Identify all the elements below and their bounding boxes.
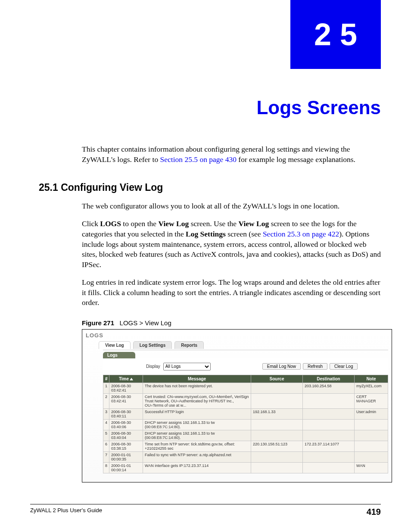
col-header-time[interactable]: Time: [109, 375, 143, 383]
clear-log-button[interactable]: Clear Log: [330, 363, 358, 370]
p2-bold-logs: LOGS: [100, 219, 121, 228]
logs-toolbar: Display All Logs Email Log Now Refresh C…: [103, 358, 388, 375]
cell-note: [355, 441, 388, 451]
cell-message: The device has not been registered yet.: [143, 383, 251, 393]
cell-idx: 1: [103, 383, 109, 393]
chapter-title: Logs Screens: [30, 97, 381, 118]
cell-destination: [303, 451, 355, 462]
intro-crossref-link[interactable]: Section 25.5 on page 430: [160, 155, 237, 164]
col-header-destination[interactable]: Destination: [303, 375, 355, 383]
col-header-source[interactable]: Source: [251, 375, 303, 383]
col-header-message[interactable]: Message: [143, 375, 251, 383]
figure-caption: Figure 271 LOGS > View Log: [82, 319, 381, 327]
tab-log-settings[interactable]: Log Settings: [133, 341, 172, 349]
page-footer: ZyWALL 2 Plus User's Guide 419: [30, 504, 381, 517]
p2-bold-viewlog2: View Log: [238, 219, 269, 228]
cell-idx: 3: [103, 408, 109, 419]
cell-message: DHCP server assigns 192.168.1.33 to tw (…: [143, 419, 251, 430]
cell-idx: 7: [103, 451, 109, 462]
p2-frag-a: Click: [82, 219, 100, 228]
screenshot-title: LOGS: [86, 332, 388, 339]
cell-idx: 4: [103, 419, 109, 430]
cell-time: 2006-08-30 03:42:41: [109, 383, 143, 393]
cell-note: User:admin: [355, 408, 388, 419]
cell-note: WAN: [355, 462, 388, 473]
table-row: 52006-08-30 03:40:04DHCP server assigns …: [103, 430, 388, 441]
intro-text-after: for example log message explanations.: [238, 155, 355, 164]
section-p3: Log entries in red indicate system error…: [82, 277, 381, 308]
p2-crossref-link[interactable]: Section 25.3 on page 422: [263, 230, 339, 238]
figure-caption-text: LOGS > View Log: [120, 319, 171, 327]
cell-note: [355, 430, 388, 441]
cell-message: Cert trusted: CN=www.myzyxel.com, OU=Mem…: [143, 393, 251, 408]
cell-message: WAN interface gets IP:172.23.37.114: [143, 462, 251, 473]
cell-message: DHCP server assigns 192.168.1.33 to tw (…: [143, 430, 251, 441]
tabs-row: View Log Log Settings Reports: [99, 341, 388, 349]
cell-source: [251, 393, 303, 408]
cell-time: 2006-08-30 03:40:06: [109, 419, 143, 430]
cell-message: Time set from NTP server: tick.stdtime.g…: [143, 441, 251, 451]
table-row: 62006-08-30 03:38:15Time set from NTP se…: [103, 441, 388, 451]
chapter-number: 25: [314, 17, 366, 52]
cell-source: [251, 451, 303, 462]
chapter-number-badge: 25: [290, 0, 381, 69]
p2-frag-e: screen. Use the: [189, 219, 238, 228]
section-p2: Click LOGS to open the View Log screen. …: [82, 219, 381, 270]
cell-time: 2006-08-30 03:40:11: [109, 408, 143, 419]
cell-destination: [303, 419, 355, 430]
table-row: 42006-08-30 03:40:06DHCP server assigns …: [103, 419, 388, 430]
table-row: 12006-08-30 03:42:41The device has not b…: [103, 383, 388, 393]
table-row: 82000-01-01 00:00:14WAN interface gets I…: [103, 462, 388, 473]
p2-frag-c: to open the: [121, 219, 159, 228]
display-label: Display: [146, 364, 160, 369]
cell-idx: 6: [103, 441, 109, 451]
intro-paragraph: This chapter contains information about …: [82, 144, 381, 165]
cell-idx: 8: [103, 462, 109, 473]
display-select[interactable]: All Logs: [163, 363, 211, 370]
cell-source: [251, 419, 303, 430]
figure-label: Figure 271: [82, 319, 114, 327]
logs-panel: Logs Display All Logs Email Log Now Refr…: [103, 350, 388, 473]
tab-reports[interactable]: Reports: [174, 341, 204, 349]
table-row: 22006-08-30 03:42:41Cert trusted: CN=www…: [103, 393, 388, 408]
cell-destination: [303, 408, 355, 419]
cell-source: [251, 462, 303, 473]
p2-bold-viewlog1: View Log: [158, 219, 189, 228]
footer-guide-name: ZyWALL 2 Plus User's Guide: [30, 507, 102, 517]
cell-time: 2006-08-30 03:40:04: [109, 430, 143, 441]
log-table: # Time Message Source Destination Note 1…: [103, 375, 388, 473]
section-heading: 25.1 Configuring View Log: [39, 182, 381, 193]
logs-subheader: Logs: [103, 352, 135, 358]
cell-time: 2006-08-30 03:38:15: [109, 441, 143, 451]
table-row: 32006-08-30 03:40:11Successful HTTP logi…: [103, 408, 388, 419]
cell-destination: [303, 393, 355, 408]
cell-destination: [303, 430, 355, 441]
cell-time: 2000-01-01 00:00:14: [109, 462, 143, 473]
footer-page-number: 419: [367, 507, 381, 517]
cell-source: 192.168.1.33: [251, 408, 303, 419]
p2-frag-i: screen (see: [226, 230, 263, 238]
cell-destination: 203.160.254.58: [303, 383, 355, 393]
cell-idx: 2: [103, 393, 109, 408]
cell-source: 220.130.158.51:123: [251, 441, 303, 451]
refresh-button[interactable]: Refresh: [303, 363, 327, 370]
cell-idx: 5: [103, 430, 109, 441]
cell-destination: [303, 462, 355, 473]
cell-note: [355, 419, 388, 430]
cell-time: 2006-08-30 03:42:41: [109, 393, 143, 408]
cell-note: myZyXEL.com: [355, 383, 388, 393]
cell-note: [355, 451, 388, 462]
sort-indicator-icon: [130, 378, 133, 380]
cell-note: CERT MANAGER: [355, 393, 388, 408]
col-header-idx[interactable]: #: [103, 375, 109, 383]
section-p1: The web configurator allows you to look …: [82, 201, 381, 212]
screenshot-panel: LOGS View Log Log Settings Reports Logs …: [82, 329, 392, 482]
col-header-note[interactable]: Note: [355, 375, 388, 383]
tab-view-log[interactable]: View Log: [99, 341, 131, 349]
email-log-now-button[interactable]: Email Log Now: [262, 363, 301, 370]
cell-time: 2000-01-01 00:00:35: [109, 451, 143, 462]
cell-message: Failed to sync with NTP server: a.ntp.al…: [143, 451, 251, 462]
cell-source: [251, 430, 303, 441]
cell-source: [251, 383, 303, 393]
p2-bold-logsettings: Log Settings: [186, 230, 226, 238]
